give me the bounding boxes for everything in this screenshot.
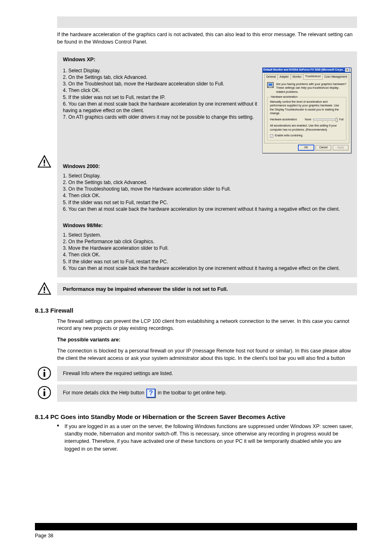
ok-button[interactable]: OK	[298, 145, 314, 150]
troubleshoot-dialog: Default Monitor and NVIDIA GeForce FX 52…	[262, 67, 351, 153]
monitor-icon	[267, 82, 274, 88]
slider-label: Hardware acceleration:	[270, 118, 297, 122]
header-bar	[57, 16, 357, 28]
windows-hw-accel-box: Windows XP: 1. Select Display. 2. On the…	[57, 51, 357, 277]
question-icon[interactable]: ?	[146, 389, 155, 398]
fieldset-legend: Hardware acceleration	[270, 95, 298, 99]
svg-rect-2	[44, 287, 45, 291]
win98-step3: 3. Move the Hardware acceleration slider…	[63, 245, 351, 251]
help-tip: For more details click the Help button ?…	[57, 385, 357, 402]
warning-icon	[35, 281, 54, 297]
info-icon	[35, 385, 54, 402]
section-8-1-4-heading: 8.1.4 PC Goes into Standby Mode or Hiber…	[35, 413, 357, 420]
info-icon	[35, 365, 54, 382]
perf-warning-text: Performance may be impaired whenever the…	[63, 286, 228, 292]
section-8-1-3-heading: 8.1.3 Firewall	[35, 307, 357, 314]
help-icon[interactable]: ?	[345, 68, 349, 72]
svg-rect-0	[44, 160, 45, 164]
write-combine-checkbox[interactable]: ✓	[270, 134, 273, 138]
win2k-step5: 5. If the slider was not set to Full, re…	[63, 199, 351, 206]
svg-rect-1	[44, 164, 45, 166]
step3: 3. On the Troubleshoot tab, move the Har…	[63, 81, 257, 87]
dialog-titlebar[interactable]: Default Monitor and NVIDIA GeForce FX 52…	[263, 68, 351, 73]
win2k-step3: 3. On the Troubleshooting tab, move the …	[63, 186, 351, 192]
dialog-panel: Are you having problems with your graphi…	[264, 79, 349, 143]
win2k-step2: 2. On the Settings tab, click Advanced.	[63, 179, 351, 186]
help-tip-prefix: For more details click the Help button	[63, 390, 145, 396]
step5: 5. If the slider was not set to Full, re…	[63, 94, 257, 101]
svg-rect-6	[44, 372, 45, 377]
svg-rect-9	[44, 391, 45, 396]
svg-rect-3	[44, 292, 45, 293]
win98-title: Windows 98/Me:	[63, 222, 351, 229]
sec813-intro: The firewall settings can prevent the LC…	[57, 318, 357, 332]
close-icon[interactable]: ×	[350, 68, 351, 72]
firewall-tip-text: Firewall Info where the required setting…	[63, 371, 173, 376]
intro-text: If the hardware acceleration of the grap…	[57, 31, 353, 46]
footer-text: Page 38	[35, 533, 357, 539]
sec814-bullet: If you are logged in as a user on the se…	[57, 423, 357, 453]
win2k-title: Windows 2000:	[63, 163, 351, 170]
step2: 2. On the Settings tab, click Advanced.	[63, 74, 257, 81]
tab-general[interactable]: General	[264, 74, 278, 80]
help-tip-suffix: in the toolbar to get online help.	[158, 390, 226, 396]
svg-point-5	[44, 369, 45, 371]
step4: 4. Then click OK.	[63, 87, 257, 94]
svg-point-8	[44, 389, 45, 390]
firewall-tip: Firewall Info where the required setting…	[57, 366, 357, 381]
write-combine-label: Enable write combining	[275, 134, 302, 138]
win98-step1: 1. Select System.	[63, 232, 351, 238]
win98-step2: 2. On the Performance tab click Graphics…	[63, 238, 351, 245]
win98-step6: 6. You can then at most scale back the h…	[63, 265, 351, 272]
sec813-body: The connection is blocked by a personal …	[57, 348, 357, 362]
step6: 6. You can then at most scale back the h…	[63, 101, 257, 114]
dialog-title: Default Monitor and NVIDIA GeForce FX 52…	[263, 68, 345, 72]
win98-step5: 5. If the slider was not set to Full, re…	[63, 258, 351, 265]
performance-warning-strip: Performance may be impaired whenever the…	[57, 283, 357, 295]
tab-color[interactable]: Color Management	[322, 74, 349, 80]
tab-monitor[interactable]: Monitor	[291, 74, 304, 80]
slider-full: Full	[339, 118, 344, 122]
slider-status: All accelerations are enabled. Use this …	[270, 124, 344, 131]
win2k-step4: 4. Then click OK.	[63, 192, 351, 199]
win98-step4: 4. Then click OK.	[63, 251, 351, 258]
slider-none: None	[305, 118, 311, 122]
tab-troubleshoot[interactable]: Troubleshoot	[303, 74, 323, 79]
panel-intro: Are you having problems with your graphi…	[276, 82, 346, 94]
tab-adapter[interactable]: Adapter	[277, 74, 291, 80]
hw-accel-slider[interactable]	[313, 119, 338, 120]
step7: 7. On ATI graphics cards with older driv…	[63, 114, 257, 120]
apply-button[interactable]: Apply	[333, 145, 348, 150]
cancel-button[interactable]: Cancel	[316, 145, 331, 150]
step1: 1. Select Display.	[63, 67, 257, 74]
winxp-title: Windows XP:	[63, 56, 351, 63]
sec813-variants: The possible variants are:	[57, 336, 357, 344]
win2k-step1: 1. Select Display.	[63, 173, 351, 179]
hw-accel-fieldset: Hardware acceleration Manually control t…	[267, 97, 346, 140]
win2k-step6: 6. You can then at most scale back the h…	[63, 206, 351, 212]
fieldset-desc: Manually control the level of accelerati…	[270, 100, 344, 115]
warning-icon	[35, 154, 54, 170]
footer-bar	[35, 523, 357, 530]
